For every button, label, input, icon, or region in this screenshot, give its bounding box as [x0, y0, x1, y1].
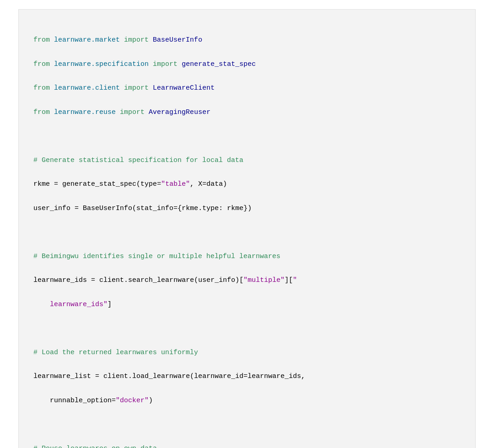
code-line-blank2 — [33, 227, 461, 238]
module-name: learnware.specification — [54, 60, 149, 68]
code-line-comment4: # Reuse learnwares on own data — [33, 443, 461, 448]
keyword-import: import — [153, 60, 177, 68]
imported-name: LearnwareClient — [153, 84, 215, 92]
code-line-comment2: # Beimingwu identifies single or multipl… — [33, 251, 461, 263]
imported-name: AveragingReuser — [149, 108, 210, 116]
keyword-import: import — [124, 84, 149, 92]
keyword-import: import — [124, 36, 149, 44]
code-line-7: user_info = BaseUserInfo(stat_info={rkme… — [33, 203, 461, 215]
keyword-from: from — [33, 84, 50, 92]
keyword-import: import — [120, 108, 145, 116]
keyword-from: from — [33, 36, 50, 44]
module-name: learnware.market — [54, 36, 120, 44]
code-line-13: runnable_option="docker") — [33, 395, 461, 407]
imported-name: generate_stat_spec — [182, 60, 256, 68]
module-name: learnware.client — [54, 84, 120, 92]
code-line-4: from learnware.reuse import AveragingReu… — [33, 107, 461, 119]
code-line-comment1: # Generate statistical specification for… — [33, 155, 461, 167]
module-name: learnware.reuse — [54, 108, 116, 116]
comment-text: # Reuse learnwares on own data — [33, 445, 157, 448]
keyword-from: from — [33, 108, 50, 116]
code-line-12: learnware_list = client.load_learnware(l… — [33, 371, 461, 383]
code-line-blank4 — [33, 419, 461, 431]
code-line-blank — [33, 130, 461, 142]
code-line-10: learnware_ids"] — [33, 299, 461, 311]
code-line-1: from learnware.market import BaseUserInf… — [33, 34, 461, 46]
code-block: from learnware.market import BaseUserInf… — [18, 9, 476, 448]
code-line-6: rkme = generate_stat_spec(type="table", … — [33, 178, 461, 190]
code-figure: from learnware.market import BaseUserInf… — [18, 9, 476, 448]
code-line-9: learnware_ids = client.search_learnware(… — [33, 275, 461, 286]
code-line-comment3: # Load the returned learnwares uniformly — [33, 347, 461, 359]
comment-text: # Load the returned learnwares uniformly — [33, 349, 198, 356]
comment-text: # Beimingwu identifies single or multipl… — [33, 253, 280, 260]
code-line-blank3 — [33, 323, 461, 335]
imported-name: BaseUserInfo — [153, 36, 202, 44]
code-line-2: from learnware.specification import gene… — [33, 59, 461, 70]
comment-text: # Generate statistical specification for… — [33, 157, 243, 164]
keyword-from: from — [33, 60, 50, 68]
code-line-3: from learnware.client import LearnwareCl… — [33, 82, 461, 94]
